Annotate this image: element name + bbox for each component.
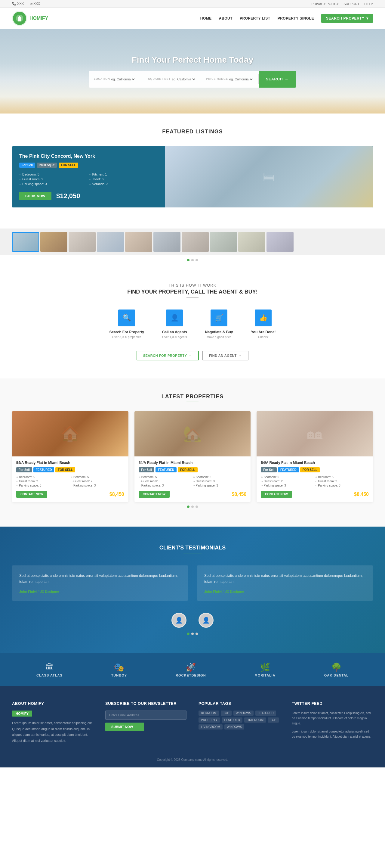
tag-8[interactable]: LIVINGROOM	[199, 724, 222, 730]
tag-6[interactable]: LINK ROOM	[244, 717, 266, 722]
prop-features-0: ○ Bedroom: 5 ○ Bedroom: 5 ○ Guest room: …	[16, 475, 124, 487]
brand-name-4: Oak Dental	[324, 674, 349, 677]
thumb-4[interactable]	[125, 232, 152, 252]
thumb-1[interactable]	[40, 232, 67, 252]
newsletter-submit-btn[interactable]: SUBMIT NOW →	[105, 722, 144, 731]
privacy-link[interactable]: PRIVACY POLICY	[312, 2, 339, 6]
thumb-9[interactable]	[267, 232, 293, 252]
test-card-1: Sed ut perspiciatis unde omnis iste natu…	[197, 565, 373, 601]
brand-1[interactable]: 🎭 TUNBOY	[111, 662, 127, 677]
location-select[interactable]: eg. California	[110, 77, 136, 81]
test-dot-1[interactable]	[187, 632, 189, 635]
properties-grid: 🏠 54/A Ready Flat in Miami Beach For Sel…	[12, 411, 373, 502]
pf-1-4: ○ Parking space: 3	[139, 484, 192, 487]
property-card-0: 🏠 54/A Ready Flat in Miami Beach For Sel…	[12, 411, 129, 502]
tag-2[interactable]: WINDOWS	[234, 711, 253, 716]
featured-line	[186, 137, 199, 137]
brand-0[interactable]: 🏛 CLASS ATLAS	[36, 662, 63, 677]
pf-0-0: ○ Bedroom: 5	[16, 475, 70, 479]
prop-title-2: 54/A Ready Flat in Miami Beach	[261, 461, 369, 465]
pf-2-5: ○ Parking space: 3	[315, 484, 369, 487]
sqft-field: SQUARE FEET eg. California	[143, 74, 201, 84]
dot-3[interactable]	[196, 259, 198, 261]
thumb-5[interactable]	[153, 232, 180, 252]
help-link[interactable]: HELP	[364, 2, 373, 6]
thumb-2[interactable]	[69, 232, 96, 252]
nav-about[interactable]: ABOUT	[219, 16, 233, 21]
prop-badge-sell-1: For Sell	[139, 467, 154, 472]
prop-price-2: $8,450	[354, 492, 369, 497]
testimonials-title: CLIENT'S TESTIMONIALS	[12, 545, 373, 551]
feature-4: ○Parking space: 3	[19, 182, 88, 186]
tag-0[interactable]: BEDROOM	[199, 711, 219, 716]
property-card-2: 🏘 54/A Ready Flat in Miami Beach For Sel…	[256, 411, 373, 502]
pf-0-4: ○ Parking space: 3	[16, 484, 70, 487]
top-bar-right: PRIVACY POLICY SUPPORT HELP	[312, 2, 373, 6]
featured-info: The Pink City Concord, New York For Sell…	[12, 146, 165, 208]
nav-property-list[interactable]: PROPERTY LIST	[240, 16, 270, 21]
location-field: LOCATION eg. California	[89, 74, 143, 84]
latest-dot-3[interactable]	[196, 505, 198, 508]
tag-9[interactable]: WINDOWS	[224, 724, 245, 730]
step-call-icon: 👤	[166, 310, 183, 327]
test-dot-2[interactable]	[191, 632, 194, 635]
thumbnail-strip	[0, 228, 385, 255]
tag-5[interactable]: FEATURED	[222, 717, 242, 722]
search-property-btn[interactable]: SEARCH FOR PROPERTY →	[137, 351, 199, 361]
top-bar-left: 📞 XXX ✉ XXX	[12, 2, 40, 6]
step-search: 🔍 Search For Property Over 3,000 propert…	[109, 310, 144, 339]
badge-status: FOR SELL	[59, 162, 78, 168]
logo: HOMIFY	[12, 11, 48, 26]
latest-dot-1[interactable]	[187, 505, 189, 508]
sqft-select[interactable]: eg. California	[171, 77, 196, 81]
prop-badges-0: For Sell FEATURED FOR SELL	[16, 467, 124, 472]
prop-info-1: 54/A Ready Flat in Miami Beach For Sell …	[135, 457, 251, 502]
featured-title: FEATURED LISTINGS	[12, 129, 373, 135]
tag-4[interactable]: PROPERTY	[199, 717, 220, 722]
dot-1[interactable]	[187, 259, 189, 261]
nav-home[interactable]: HOME	[200, 16, 212, 21]
hero-search-btn[interactable]: SEARCH →	[259, 71, 296, 88]
thumb-3[interactable]	[97, 232, 124, 252]
latest-dot-2[interactable]	[191, 505, 194, 508]
brand-4[interactable]: 🌳 Oak Dental	[324, 662, 349, 677]
contact-btn-2[interactable]: CONTACT NOW	[261, 491, 292, 498]
featured-property-title: The Pink City Concord, New York	[19, 154, 158, 159]
prop-badges-1: For Sell FEATURED FOR SELL	[139, 467, 247, 472]
find-agent-btn[interactable]: FIND AN AGENT →	[202, 351, 248, 361]
tag-3[interactable]: FEATURED	[255, 711, 276, 716]
footer-tags: BEDROOM TOP WINDOWS FEATURED PROPERTY FE…	[199, 711, 280, 730]
prop-badge-sell-2: For Sell	[261, 467, 277, 472]
how-section: THIS IS HOW IT WORK FIND YOUR PROPERTY, …	[0, 265, 385, 378]
feature-2: ○Guest room: 2	[19, 177, 88, 181]
tag-1[interactable]: TOP	[221, 711, 232, 716]
prop-badge-status-0: FOR SELL	[55, 467, 75, 472]
prop-bottom-1: CONTACT NOW $8,450	[139, 491, 247, 498]
brand-name-3: MORITALIA	[255, 674, 276, 677]
prop-badge-featured-0: FEATURED	[33, 467, 55, 472]
thumb-6[interactable]	[182, 232, 209, 252]
thumb-0[interactable]	[12, 232, 39, 252]
test-dot-3[interactable]	[196, 632, 198, 635]
nav-search-btn[interactable]: SEARCH PROPERTY	[321, 14, 373, 23]
price-select[interactable]: eg. California	[228, 77, 253, 81]
brand-icon-4: 🌳	[324, 662, 349, 672]
newsletter-email-input[interactable]	[105, 711, 186, 719]
thumb-8[interactable]	[238, 232, 265, 252]
contact-btn-0[interactable]: CONTACT NOW	[16, 491, 47, 498]
prop-title-1: 54/A Ready Flat in Miami Beach	[139, 461, 247, 465]
hero-title: Find Your Perfect Home Today	[89, 55, 296, 65]
dot-2[interactable]	[191, 259, 194, 261]
brand-3[interactable]: 🌿 MORITALIA	[255, 662, 276, 677]
brand-2[interactable]: 🚀 RocketDesign	[176, 662, 206, 677]
nav-property-single[interactable]: PROPERTY SINGLE	[278, 16, 314, 21]
contact-btn-1[interactable]: CONTACT NOW	[139, 491, 170, 498]
thumb-7[interactable]	[210, 232, 237, 252]
prop-badge-featured-2: FEATURED	[278, 467, 299, 472]
test-avatar-1: 👤	[199, 613, 214, 628]
pf-2-0: ○ Bedroom: 5	[261, 475, 314, 479]
nav-links: HOME ABOUT PROPERTY LIST PROPERTY SINGLE…	[200, 14, 373, 23]
book-now-btn[interactable]: BOOK NOW	[19, 192, 51, 200]
tag-7[interactable]: TOP	[268, 717, 279, 722]
support-link[interactable]: SUPPORT	[344, 2, 359, 6]
